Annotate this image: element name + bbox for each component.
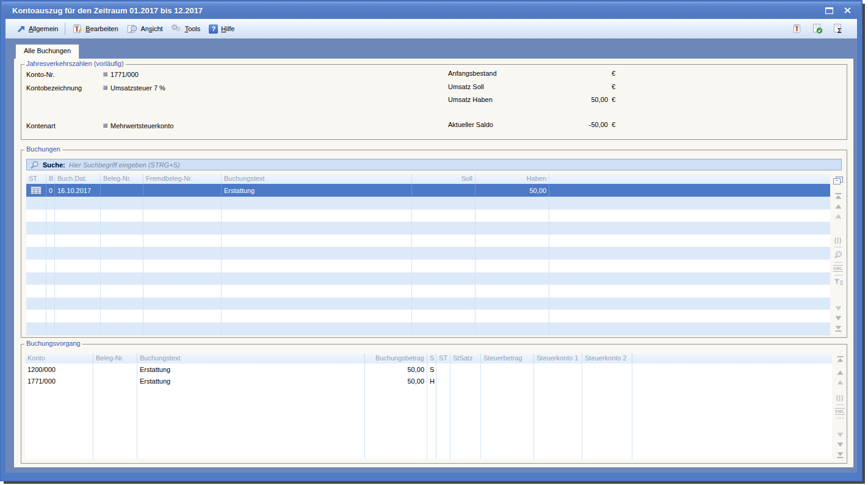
menu-item-label: Allgemein	[29, 25, 58, 32]
table-header-row: STBBuch.Dat.Beleg-Nr.Fremdbeleg-Nr.Buchu…	[26, 174, 830, 184]
table-row[interactable]	[26, 197, 830, 210]
column-header-b[interactable]: B	[46, 174, 55, 184]
doc-tool-icon[interactable]	[792, 24, 802, 34]
page-up-icon[interactable]	[835, 214, 842, 219]
close-window-button[interactable]	[842, 6, 852, 15]
doc-check-icon[interactable]	[812, 24, 823, 34]
menu-item-tools[interactable]: ⚙⚙Tools	[167, 22, 205, 35]
menu-item-hilfe[interactable]: ?Hilfe	[204, 23, 239, 35]
search-bar[interactable]: Suche:	[26, 159, 842, 170]
column-header-filler[interactable]	[549, 174, 830, 184]
column-header-konto[interactable]: Konto	[25, 354, 93, 363]
scroll-bottom-icon[interactable]	[835, 326, 842, 332]
xml-icon[interactable]: XML	[833, 265, 843, 272]
zoom-icon[interactable]	[834, 250, 842, 259]
column-header-st[interactable]: ST	[436, 354, 450, 363]
column-header-stk2[interactable]: Steuerkonto 2	[582, 354, 632, 363]
table-row[interactable]	[26, 272, 830, 285]
column-header-soll[interactable]: Soll	[412, 174, 476, 184]
table-row[interactable]	[26, 222, 830, 235]
table-row[interactable]	[25, 411, 832, 423]
page-down-icon[interactable]	[835, 306, 842, 311]
filter-icon[interactable]	[834, 279, 843, 285]
column-header-date[interactable]: Buch.Dat.	[55, 174, 101, 184]
table-row[interactable]	[26, 297, 830, 310]
column-header-filler[interactable]	[632, 354, 832, 363]
xml-icon[interactable]: XML	[835, 408, 845, 415]
cell-s	[427, 399, 436, 412]
table-row-selected[interactable]: 016.10.2017Erstattung50,00	[26, 184, 830, 197]
table-row[interactable]	[26, 310, 830, 323]
cell-s: H	[427, 376, 436, 388]
scroll-up-icon[interactable]	[835, 204, 842, 209]
cell-date	[55, 235, 101, 247]
page-up-icon[interactable]	[837, 380, 844, 385]
column-header-steuerbetrag[interactable]: Steuerbetrag	[481, 354, 534, 363]
fit-width-icon[interactable]: (|)	[836, 395, 844, 401]
cell-date	[55, 310, 101, 323]
table-row[interactable]	[26, 210, 830, 222]
column-header-haben[interactable]: Haben	[476, 174, 549, 184]
columns-icon[interactable]	[833, 177, 843, 185]
gears-icon: ⚙⚙	[172, 24, 182, 34]
column-header-betrag[interactable]: Buchungsbetrag	[365, 354, 427, 363]
cell-soll	[412, 210, 476, 222]
scroll-down-icon[interactable]	[835, 316, 842, 321]
table-row[interactable]	[25, 435, 832, 447]
table-row[interactable]	[26, 235, 830, 247]
column-header-st[interactable]: ST	[26, 174, 46, 184]
table-row[interactable]	[26, 247, 830, 260]
cell-stsatz	[450, 423, 481, 436]
menu-item-ansicht[interactable]: Ansicht	[123, 23, 167, 35]
column-header-text[interactable]: Buchungstext	[222, 174, 412, 184]
cell-konto	[25, 399, 93, 412]
doc-sum-icon[interactable]: Σ	[833, 24, 844, 34]
cell-haben	[476, 210, 549, 222]
column-header-stsatz[interactable]: StSatz	[450, 354, 481, 363]
restore-window-button[interactable]	[824, 6, 834, 15]
cell-soll	[412, 285, 476, 297]
scroll-top-icon[interactable]	[835, 193, 842, 199]
titlebar[interactable]: Kontoauszug für den Zeitraum 01.2017 bis…	[2, 2, 861, 18]
tab-alle-buchungen[interactable]: Alle Buchungen	[15, 44, 79, 59]
cell-date	[55, 297, 101, 310]
table-row[interactable]	[25, 399, 832, 412]
column-header-text[interactable]: Buchungstext	[137, 354, 365, 363]
scroll-up-icon[interactable]	[837, 370, 844, 375]
cell-beleg	[93, 435, 137, 447]
cell-soll	[412, 197, 476, 210]
table-row[interactable]	[26, 285, 830, 297]
page-down-icon[interactable]	[837, 432, 844, 437]
amount-value: -50,00	[589, 121, 608, 128]
column-header-beleg[interactable]: Beleg-Nr.	[93, 354, 137, 363]
column-header-stk1[interactable]: Steuerkonto 1	[534, 354, 582, 363]
cell-konto: 1771/000	[25, 376, 93, 388]
amount-label: Aktueller Saldo	[448, 121, 493, 128]
column-header-s[interactable]: S	[427, 354, 436, 363]
scroll-bottom-icon[interactable]	[837, 452, 844, 458]
column-header-beleg[interactable]: Beleg-Nr.	[101, 174, 143, 184]
table-row[interactable]: 1200/000Erstattung50,00S	[25, 363, 832, 376]
bullet-icon	[103, 123, 107, 128]
cell-beleg	[101, 285, 143, 297]
menu-item-allgemein[interactable]: Allgemein	[13, 23, 62, 35]
content-area: Alle Buchungen Jahresverkehrszahlen (vor…	[5, 38, 857, 473]
cell-steuerbetrag	[481, 387, 534, 399]
cell-text	[137, 411, 365, 423]
table-row[interactable]	[25, 423, 832, 436]
cell-b	[46, 222, 55, 235]
table-row[interactable]	[25, 387, 832, 399]
table-row[interactable]	[26, 323, 830, 335]
cell-b	[46, 323, 55, 335]
transaction-groupbox: Buchungsvorgang KontoBeleg-Nr.Buchungste…	[21, 344, 847, 464]
table-row[interactable]	[26, 260, 830, 272]
column-header-fremdbeleg[interactable]: Fremdbeleg-Nr.	[143, 174, 222, 184]
table-row[interactable]	[25, 447, 832, 459]
menu-item-bearbeiten[interactable]: Bearbeiten	[68, 22, 122, 35]
search-input[interactable]	[69, 161, 841, 169]
cell-stk2	[582, 435, 632, 447]
scroll-down-icon[interactable]	[837, 442, 844, 447]
fit-width-icon[interactable]: (|)	[834, 237, 842, 244]
table-row[interactable]: 1771/000Erstattung50,00H	[25, 376, 832, 388]
scroll-top-icon[interactable]	[837, 356, 844, 362]
